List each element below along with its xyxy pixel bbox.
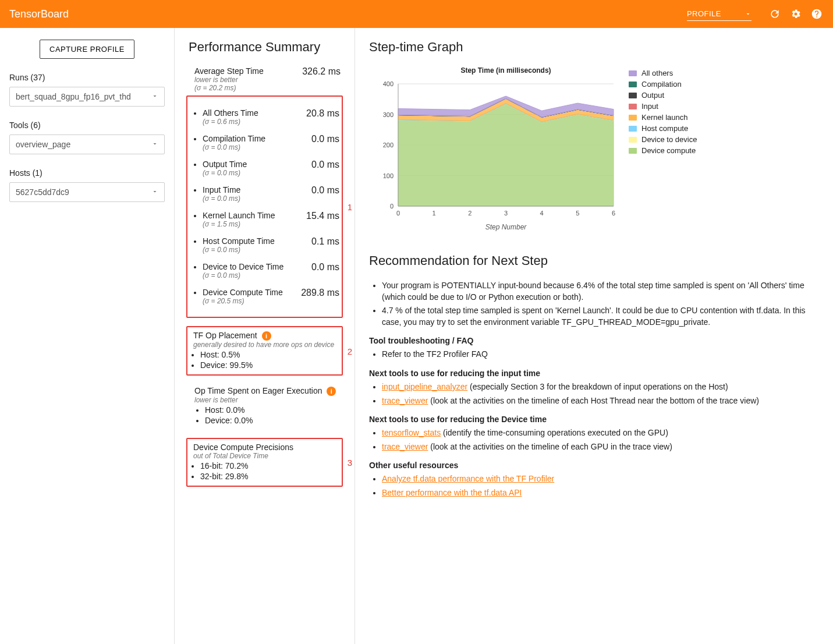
tools-select-value: overview_page	[16, 140, 70, 149]
svg-text:1: 1	[433, 210, 436, 217]
faq-list: Refer to the TF2 Profiler FAQ	[369, 349, 819, 360]
info-icon[interactable]: i	[327, 387, 336, 396]
capture-profile-button[interactable]: CAPTURE PROFILE	[40, 40, 134, 59]
runs-select[interactable]: bert_squad_8gpu_fp16_pvt_thd	[9, 87, 165, 107]
tools-select[interactable]: overview_page	[9, 135, 165, 154]
list-item: Host: 0.5%	[200, 350, 339, 359]
runs-select-value: bert_squad_8gpu_fp16_pvt_thd	[16, 92, 131, 101]
hosts-select[interactable]: 5627c5dd7dc9	[9, 182, 165, 202]
list-item: 16-bit: 70.2%	[200, 461, 339, 470]
svg-text:6: 6	[612, 210, 615, 217]
list-item: 32-bit: 29.8%	[200, 472, 339, 481]
eager-list: Host: 0.0% Device: 0.0%	[194, 405, 341, 425]
rec-bullets: Your program is POTENTIALLY input-bound …	[369, 280, 819, 328]
list-item: input_pipeline_analyzer (especially Sect…	[382, 381, 819, 393]
timing-item: Input Time(σ = 0.0 ms)0.0 ms	[203, 185, 339, 203]
legend-item: Device to device	[629, 135, 697, 144]
faq-heading: Tool troubleshooting / FAQ	[369, 336, 819, 345]
app-title: TensorBoard	[9, 8, 69, 20]
graph-title: Step-time Graph	[369, 40, 819, 55]
list-item: 4.7 % of the total step time sampled is …	[382, 305, 819, 328]
svg-text:Step Number: Step Number	[485, 223, 527, 231]
list-item: Analyze tf.data performance with the TF …	[382, 473, 819, 485]
help-icon[interactable]	[810, 7, 824, 21]
chart-wrap: Step Time (in milliseconds) 010020030040…	[369, 66, 819, 237]
legend-item: Device compute	[629, 146, 697, 155]
svg-text:0: 0	[390, 203, 394, 210]
svg-text:0: 0	[396, 210, 400, 217]
hosts-select-value: 5627c5dd7dc9	[16, 187, 69, 197]
list-item: Better performance with the tf.data API	[382, 487, 819, 499]
input-tools-list: input_pipeline_analyzer (especially Sect…	[369, 381, 819, 406]
timing-item: Host Compute Time(σ = 0.0 ms)0.1 ms	[203, 236, 339, 254]
list-item: Device: 99.5%	[200, 360, 339, 370]
precisions-box: 3 Device Compute Precisions out of Total…	[186, 438, 343, 487]
legend-item: Input	[629, 102, 697, 111]
info-icon[interactable]: i	[262, 331, 271, 341]
chevron-down-icon	[151, 187, 158, 197]
tool-link[interactable]: input_pipeline_analyzer	[382, 382, 467, 391]
annotation-2: 2	[348, 346, 352, 356]
hosts-label: Hosts (1)	[9, 168, 165, 178]
performance-summary-column: Performance Summary Average Step Time lo…	[175, 28, 355, 644]
list-item: Your program is POTENTIALLY input-bound …	[382, 280, 819, 303]
annotation-3: 3	[348, 458, 352, 468]
svg-text:5: 5	[576, 210, 579, 217]
eager-sub: lower is better	[194, 396, 341, 404]
eager-block: Op Time Spent on Eager Execution i lower…	[189, 386, 341, 425]
eager-title: Op Time Spent on Eager Execution	[194, 386, 322, 395]
tool-link[interactable]: Analyze tf.data performance with the TF …	[382, 474, 554, 483]
step-time-chart: 01002003004000123456Step Number	[369, 78, 619, 235]
tool-link[interactable]: tensorflow_stats	[382, 428, 441, 437]
avg-val: 326.2 ms	[302, 66, 341, 77]
refresh-icon[interactable]	[768, 7, 782, 21]
svg-text:2: 2	[468, 210, 472, 217]
list-item: tensorflow_stats (identify the time-cons…	[382, 427, 819, 439]
chevron-down-icon	[745, 10, 752, 17]
device-tools-list: tensorflow_stats (identify the time-cons…	[369, 427, 819, 452]
annotation-1: 1	[348, 202, 352, 212]
timing-item: All Others Time(σ = 0.6 ms)20.8 ms	[203, 108, 339, 126]
timing-item: Compilation Time(σ = 0.0 ms)0.0 ms	[203, 134, 339, 151]
tool-link[interactable]: trace_viewer	[382, 442, 428, 451]
content: Performance Summary Average Step Time lo…	[175, 28, 833, 644]
input-heading: Next tools to use for reducing the input…	[369, 369, 819, 378]
mode-select[interactable]: PROFILE	[687, 7, 752, 21]
right-column: Step-time Graph Step Time (in millisecon…	[355, 28, 833, 644]
other-resources-list: Analyze tf.data performance with the TF …	[369, 473, 819, 498]
tools-label: Tools (6)	[9, 121, 165, 130]
op-placement-box: 2 TF Op Placement i generally desired to…	[186, 326, 343, 376]
avg-label: Average Step Time	[194, 66, 264, 76]
legend-item: Output	[629, 91, 697, 100]
legend-item: All others	[629, 69, 697, 77]
svg-text:3: 3	[504, 210, 508, 217]
svg-text:300: 300	[383, 111, 394, 118]
runs-label: Runs (37)	[9, 73, 165, 82]
avg-sub: lower is better (σ = 20.2 ms)	[194, 76, 264, 92]
precisions-sub: out of Total Device Time	[193, 452, 339, 460]
timing-item: Output Time(σ = 0.0 ms)0.0 ms	[203, 160, 339, 177]
gear-icon[interactable]	[789, 7, 803, 21]
op-placement-list: Host: 0.5% Device: 99.5%	[190, 350, 339, 370]
legend-item: Kernel launch	[629, 113, 697, 122]
chart: Step Time (in milliseconds) 010020030040…	[369, 66, 619, 237]
chart-legend: All othersCompilationOutputInputKernel l…	[629, 66, 697, 237]
chevron-down-icon	[151, 92, 158, 101]
precisions-title: Device Compute Precisions	[193, 443, 339, 452]
precisions-list: 16-bit: 70.2% 32-bit: 29.8%	[190, 461, 339, 481]
svg-text:400: 400	[383, 80, 394, 87]
recommendation-block: Recommendation for Next Step Your progra…	[369, 253, 819, 499]
list-item: Device: 0.0%	[205, 416, 341, 425]
svg-text:200: 200	[383, 141, 394, 148]
tool-link[interactable]: Better performance with the tf.data API	[382, 488, 522, 497]
mode-select-value: PROFILE	[687, 9, 721, 18]
timing-list: All Others Time(σ = 0.6 ms)20.8 msCompil…	[190, 108, 339, 305]
rec-title: Recommendation for Next Step	[369, 253, 819, 268]
timing-item: Device to Device Time(σ = 0.0 ms)0.0 ms	[203, 262, 339, 279]
list-item: Refer to the TF2 Profiler FAQ	[382, 349, 819, 360]
other-heading: Other useful resources	[369, 461, 819, 470]
legend-item: Host compute	[629, 124, 697, 133]
timing-item: Kernel Launch Time(σ = 1.5 ms)15.4 ms	[203, 211, 339, 228]
tool-link[interactable]: trace_viewer	[382, 396, 428, 405]
op-placement-title: TF Op Placement	[193, 331, 257, 340]
